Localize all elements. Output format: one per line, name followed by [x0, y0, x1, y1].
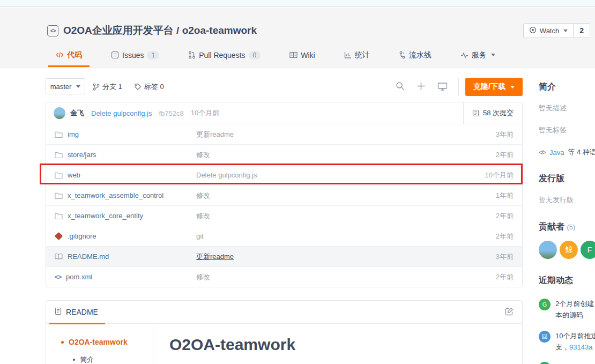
tab-statistics[interactable]: 统计	[337, 44, 377, 67]
file-commit-message[interactable]: git	[196, 232, 204, 240]
toc-label: O2OA-teamwork	[69, 338, 128, 346]
table-row[interactable]: img 更新readme 3年前	[46, 124, 522, 144]
code-icon	[56, 51, 64, 58]
caret-down-icon	[510, 86, 515, 88]
activity-item: 回 10个月前推送 支，93143a	[539, 330, 595, 353]
file-link[interactable]: web	[68, 171, 80, 179]
avatar[interactable]: 回	[539, 331, 551, 343]
search-icon[interactable]	[396, 81, 405, 91]
readme-active-underline	[49, 323, 105, 324]
bullet-icon	[61, 341, 64, 344]
commits-icon	[472, 109, 479, 117]
file-commit-time: 3年前	[496, 130, 514, 139]
avatar[interactable]: F	[581, 241, 595, 259]
file-commit-message[interactable]: 修改	[196, 191, 210, 200]
web-ide-icon[interactable]	[437, 82, 448, 91]
bar-chart-icon	[344, 51, 352, 58]
toolbar-divider	[458, 78, 459, 96]
commit-message-link[interactable]: Delete gulpconfig.js	[91, 109, 152, 117]
file-link[interactable]: pom.xml	[66, 273, 92, 281]
pull-request-icon	[188, 51, 196, 59]
file-commit-time: 3年前	[496, 252, 514, 262]
tab-services[interactable]: 服务	[453, 44, 503, 67]
contributors-row: 鲸 F	[539, 241, 595, 259]
activity-line: 本的源码	[555, 311, 583, 319]
file-commit-message[interactable]: 修改	[196, 272, 210, 282]
tab-code[interactable]: 代码	[48, 44, 90, 67]
watch-count[interactable]: 2	[573, 24, 590, 38]
file-link[interactable]: x_teamwork_core_entity	[68, 212, 143, 220]
file-link[interactable]: img	[68, 130, 79, 138]
table-row[interactable]: <>pom.xml 修改 2年前	[46, 266, 522, 287]
tags-link[interactable]: 标签 0	[134, 82, 164, 92]
watch-button[interactable]: Watch	[524, 24, 573, 38]
table-row-readme[interactable]: README.md 更新readme 3年前	[46, 246, 522, 266]
caret-down-icon	[491, 54, 495, 56]
commits-count-link[interactable]: 58 次提交	[463, 102, 522, 124]
table-row[interactable]: x_teamwork_assemble_control 修改 1年前	[46, 185, 522, 205]
file-commit-message[interactable]: 修改	[196, 150, 210, 160]
table-row[interactable]: store/jars 修改 2年前	[46, 144, 522, 165]
plus-icon[interactable]	[416, 81, 426, 91]
tab-wiki[interactable]: Wiki	[282, 44, 322, 67]
file-commit-message[interactable]: 更新readme	[196, 252, 234, 262]
folder-icon	[55, 151, 63, 158]
tab-pull-requests[interactable]: Pull Requests 0	[181, 44, 268, 67]
commit-sha[interactable]: fb752c8	[159, 109, 183, 117]
activity-line: 支，	[555, 343, 569, 351]
file-browser-card: 金飞 Delete gulpconfig.js fb752c8 10个月前 58…	[46, 102, 523, 287]
toc-item-intro[interactable]: 简介	[73, 355, 153, 364]
watch-label: Watch	[540, 27, 559, 35]
readme-heading: O2OA-teamwork	[169, 336, 522, 354]
table-row[interactable]: x_teamwork_core_entity 修改 2年前	[46, 205, 522, 226]
avatar[interactable]: G	[539, 299, 551, 310]
file-link[interactable]: .gitignore	[68, 232, 96, 240]
tab-label: 服务	[472, 50, 487, 60]
repo-icon: <>	[47, 25, 58, 36]
file-commit-time: 2年前	[496, 150, 514, 160]
edit-icon[interactable]	[505, 307, 514, 317]
file-link[interactable]: store/jars	[68, 151, 96, 159]
file-commit-time: 2年前	[496, 232, 514, 241]
file-commit-message[interactable]: 更新readme	[196, 130, 234, 139]
tab-label: 统计	[355, 50, 370, 60]
folder-icon	[55, 212, 63, 219]
tab-issues[interactable]: Issues 1	[103, 44, 167, 67]
branch-select[interactable]: master	[46, 78, 85, 94]
table-row-web[interactable]: web Delete gulpconfig.js 10个月前	[46, 165, 522, 185]
page-title: O2OA企业应用开发平台 / o2oa-teamwork	[63, 24, 257, 38]
repo-toolbar-icons	[396, 81, 448, 91]
language-link[interactable]: Java	[549, 148, 564, 157]
commit-sha-link[interactable]: 93143a	[569, 343, 592, 351]
readme-tab-label[interactable]: README	[66, 308, 98, 316]
toc-item-o2oa-teamwork[interactable]: O2OA-teamwork	[61, 338, 153, 346]
clone-download-button[interactable]: 克隆/下载	[465, 78, 523, 96]
branches-link[interactable]: 分支 1	[93, 82, 122, 92]
file-commit-message[interactable]: Delete gulpconfig.js	[196, 171, 257, 179]
commit-time: 10个月前	[191, 108, 219, 118]
tab-label: Pull Requests	[199, 51, 245, 60]
file-link[interactable]: README.md	[68, 252, 109, 261]
toc-label: 简介	[80, 355, 94, 364]
activity-text: 10个月前推送 支，93143a	[555, 330, 595, 353]
commit-author-name[interactable]: 金飞	[70, 108, 84, 118]
activity-text: 2个月前创建了版 本的源码	[555, 298, 595, 321]
language-rest: 等 4 种语言	[568, 147, 595, 157]
file-commit-time: 2年前	[496, 272, 514, 282]
file-commit-time: 2年前	[496, 211, 514, 221]
table-row[interactable]: .gitignore git 2年前	[46, 226, 522, 246]
document-icon	[55, 307, 62, 317]
commit-author-avatar[interactable]	[54, 107, 65, 119]
repo-tabs: 代码 Issues 1 Pull Requests 0 Wik	[48, 44, 503, 67]
branch-icon	[93, 83, 100, 91]
avatar[interactable]	[539, 362, 551, 364]
no-description-text: 暂无描述	[539, 103, 595, 113]
contributors-count: (5)	[567, 223, 575, 231]
file-link[interactable]: x_teamwork_assemble_control	[68, 191, 163, 199]
avatar[interactable]: 鲸	[560, 241, 578, 259]
file-commit-message[interactable]: 修改	[196, 211, 210, 221]
readme-header: README	[46, 301, 522, 324]
avatar[interactable]	[539, 241, 557, 259]
browser-top-strip	[0, 0, 595, 7]
tab-pipeline[interactable]: 流水线	[391, 44, 439, 67]
